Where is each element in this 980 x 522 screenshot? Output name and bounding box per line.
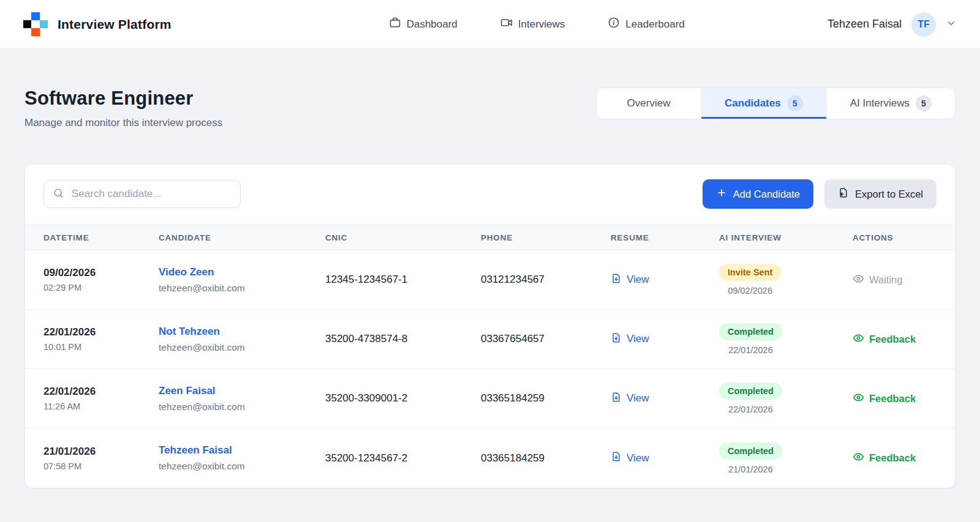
chevron-down-icon[interactable] bbox=[946, 18, 957, 31]
candidate-email: tehzeen@oxibit.com bbox=[159, 401, 325, 412]
tab-overview[interactable]: Overview bbox=[597, 88, 701, 119]
nav-label: Dashboard bbox=[407, 18, 458, 31]
status-badge: Completed bbox=[719, 323, 782, 340]
col-header-datetime: DATETIME bbox=[43, 233, 159, 242]
eye-icon bbox=[853, 392, 864, 406]
add-candidate-label: Add Candidate bbox=[733, 188, 800, 200]
candidate-cell: Not Tehzeen tehzeen@oxibit.com bbox=[159, 326, 325, 353]
resume-view-link[interactable]: View bbox=[611, 273, 649, 287]
page-title-block: Software Engineer Manage and monitor thi… bbox=[24, 88, 222, 129]
candidate-email: tehzeen@oxibit.com bbox=[159, 461, 325, 472]
resume-view-label: View bbox=[627, 452, 649, 464]
col-header-resume: RESUME bbox=[611, 233, 719, 242]
resume-view-link[interactable]: View bbox=[611, 451, 649, 465]
eye-icon bbox=[853, 332, 864, 346]
app-logo-icon bbox=[23, 12, 48, 37]
tab-label: Candidates bbox=[725, 97, 781, 110]
brand: Interview Platform bbox=[23, 12, 172, 37]
actions-cell: Feedback bbox=[853, 392, 937, 406]
phone-value: 03365184259 bbox=[481, 452, 611, 464]
table-row: 21/01/2026 07:58 PM Tehzeen Faisal tehze… bbox=[25, 428, 955, 488]
export-file-icon bbox=[838, 187, 849, 201]
row-time: 11:26 AM bbox=[43, 401, 159, 411]
toolbar-actions: Add Candidate Export to Excel bbox=[703, 179, 937, 209]
nav-label: Interviews bbox=[518, 18, 565, 31]
avatar[interactable]: TF bbox=[911, 12, 936, 37]
datetime-cell: 09/02/2026 02:29 PM bbox=[43, 267, 159, 293]
phone-value: 03121234567 bbox=[481, 274, 611, 286]
actions-cell: Feedback bbox=[853, 451, 937, 465]
ai-interview-cell: Completed 21/01/2026 bbox=[719, 442, 853, 474]
info-circle-icon bbox=[608, 17, 620, 32]
search-input[interactable] bbox=[72, 188, 232, 200]
tab-label: Overview bbox=[627, 97, 671, 110]
action-feedback[interactable]: Feedback bbox=[853, 392, 916, 406]
status-date: 22/01/2026 bbox=[728, 405, 773, 414]
search-box bbox=[43, 180, 241, 208]
ai-interview-cell: Completed 22/01/2026 bbox=[719, 323, 853, 355]
briefcase-icon bbox=[389, 17, 401, 32]
user-name: Tehzeen Faisal bbox=[827, 18, 902, 31]
candidate-email: tehzeen@oxibit.com bbox=[159, 342, 325, 353]
row-date: 09/02/2026 bbox=[43, 267, 159, 279]
file-download-icon bbox=[611, 332, 622, 346]
add-candidate-button[interactable]: Add Candidate bbox=[703, 179, 813, 209]
export-excel-button[interactable]: Export to Excel bbox=[824, 179, 937, 209]
page-subtitle: Manage and monitor this interview proces… bbox=[24, 117, 222, 129]
file-download-icon bbox=[611, 451, 622, 465]
col-header-actions: ACTIONS bbox=[853, 233, 937, 242]
nav-item-interviews[interactable]: Interviews bbox=[500, 17, 565, 32]
status-badge: Completed bbox=[719, 442, 782, 460]
candidate-name-link[interactable]: Tehzeen Faisal bbox=[159, 444, 325, 457]
datetime-cell: 22/01/2026 11:26 AM bbox=[43, 386, 159, 411]
candidate-name-link[interactable]: Not Tehzeen bbox=[159, 326, 325, 338]
tab-count-badge: 5 bbox=[787, 95, 803, 111]
row-date: 21/01/2026 bbox=[43, 446, 159, 458]
status-date: 21/01/2026 bbox=[728, 464, 773, 474]
plus-icon bbox=[716, 187, 727, 201]
col-header-ai-interview: AI INTERVIEW bbox=[719, 233, 853, 242]
file-download-icon bbox=[611, 273, 622, 287]
resume-view-link[interactable]: View bbox=[611, 392, 649, 406]
row-time: 02:29 PM bbox=[43, 283, 159, 293]
action-label: Waiting bbox=[869, 274, 902, 286]
row-date: 22/01/2026 bbox=[43, 326, 159, 338]
resume-view-label: View bbox=[627, 274, 649, 286]
nav-item-leaderboard[interactable]: Leaderboard bbox=[608, 17, 684, 32]
ai-interview-cell: Completed 22/01/2026 bbox=[719, 382, 853, 414]
resume-cell: View bbox=[611, 392, 719, 406]
nav-item-dashboard[interactable]: Dashboard bbox=[389, 17, 458, 32]
status-date: 09/02/2026 bbox=[728, 286, 772, 296]
col-header-candidate: CANDIDATE bbox=[159, 233, 325, 242]
page-title: Software Engineer bbox=[24, 88, 222, 110]
cnic-value: 12345-1234567-1 bbox=[325, 274, 481, 286]
status-date: 22/01/2026 bbox=[728, 345, 773, 355]
candidate-name-link[interactable]: Zeen Faisal bbox=[159, 385, 325, 397]
actions-cell: Feedback bbox=[853, 332, 937, 346]
candidate-name-link[interactable]: Video Zeen bbox=[159, 266, 325, 278]
row-time: 07:58 PM bbox=[43, 461, 159, 471]
card-toolbar: Add Candidate Export to Excel bbox=[25, 165, 955, 225]
action-feedback[interactable]: Feedback bbox=[853, 451, 916, 465]
user-menu[interactable]: Tehzeen Faisal TF bbox=[827, 12, 957, 37]
cnic-value: 35200-3309001-2 bbox=[325, 392, 481, 405]
nav-label: Leaderboard bbox=[625, 18, 684, 31]
video-icon bbox=[500, 17, 513, 32]
status-badge: Completed bbox=[719, 382, 782, 400]
main-nav: Dashboard Interviews Leaderboard bbox=[389, 17, 685, 32]
resume-view-link[interactable]: View bbox=[611, 332, 649, 346]
brand-title: Interview Platform bbox=[58, 17, 172, 32]
action-feedback[interactable]: Feedback bbox=[853, 332, 916, 346]
export-excel-label: Export to Excel bbox=[855, 188, 923, 200]
table-row: 09/02/2026 02:29 PM Video Zeen tehzeen@o… bbox=[25, 250, 955, 310]
top-navigation-bar: Interview Platform Dashboard Interviews … bbox=[0, 0, 980, 49]
row-date: 22/01/2026 bbox=[43, 386, 159, 398]
resume-cell: View bbox=[611, 451, 719, 465]
action-label: Feedback bbox=[869, 452, 916, 464]
status-badge: Invite Sent bbox=[719, 264, 781, 281]
tab-ai-interviews[interactable]: AI Interviews 5 bbox=[826, 88, 955, 119]
col-header-phone: PHONE bbox=[481, 233, 611, 242]
tab-candidates[interactable]: Candidates 5 bbox=[701, 88, 826, 119]
candidate-cell: Tehzeen Faisal tehzeen@oxibit.com bbox=[159, 444, 325, 472]
action-label: Feedback bbox=[869, 393, 916, 405]
